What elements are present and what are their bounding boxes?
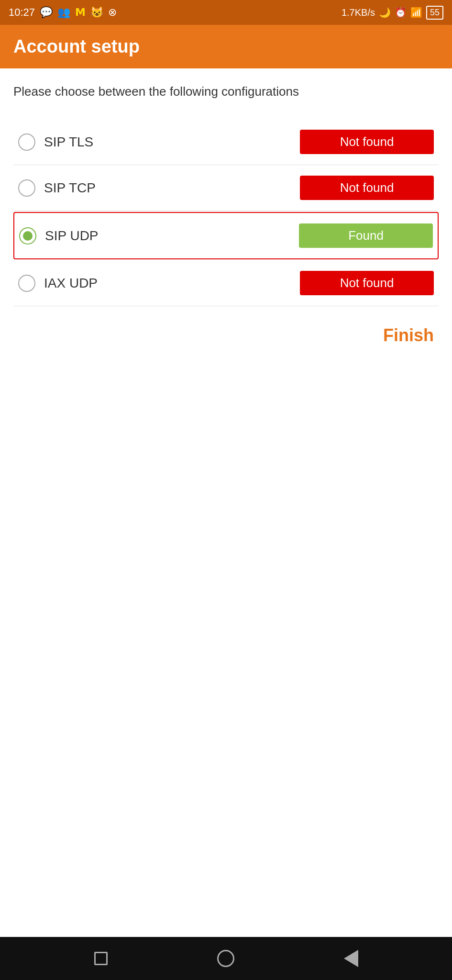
config-item-left-iax-udp: IAX UDP (18, 275, 98, 292)
alarm-icon: ⏰ (395, 7, 407, 18)
nav-home-button[interactable] (216, 949, 235, 968)
whatsapp-icon: 💬 (40, 6, 53, 19)
status-bar: 10:27 💬 👥 𝗠 😺 ⊗ 1.7KB/s 🌙 ⏰ 📶 55 (0, 0, 452, 25)
speed-indicator: 1.7KB/s (342, 7, 375, 18)
person-icon: 👥 (57, 6, 70, 19)
radio-sip-tcp[interactable] (18, 179, 35, 197)
radio-iax-udp[interactable] (18, 275, 35, 292)
page-header: Account setup (0, 25, 452, 68)
status-badge-sip-udp: Found (299, 223, 433, 248)
battery-indicator: 55 (426, 6, 443, 20)
close-icon: ⊗ (108, 6, 117, 19)
back-icon (344, 950, 358, 967)
config-item-sip-tcp[interactable]: SIP TCP Not found (13, 165, 439, 211)
finish-button[interactable]: Finish (383, 325, 434, 345)
description-text: Please choose between the following conf… (13, 83, 439, 100)
time: 10:27 (9, 6, 35, 19)
config-item-left-sip-tls: SIP TLS (18, 134, 93, 151)
config-list: SIP TLS Not found SIP TCP Not found SIP … (13, 119, 439, 306)
config-item-iax-udp[interactable]: IAX UDP Not found (13, 260, 439, 306)
signal-icon: 📶 (410, 7, 422, 18)
label-iax-udp: IAX UDP (44, 276, 98, 291)
config-item-left-sip-udp: SIP UDP (19, 227, 99, 245)
status-badge-iax-udp: Not found (300, 271, 434, 295)
radio-sip-tls[interactable] (18, 134, 35, 151)
config-item-sip-tls[interactable]: SIP TLS Not found (13, 119, 439, 165)
label-sip-tcp: SIP TCP (44, 180, 96, 196)
moon-icon: 🌙 (379, 7, 391, 18)
nav-recent-apps-button[interactable] (91, 949, 110, 968)
cat-icon: 😺 (90, 6, 103, 19)
label-sip-udp: SIP UDP (45, 228, 99, 244)
label-sip-tls: SIP TLS (44, 134, 93, 150)
finish-row: Finish (13, 306, 439, 355)
radio-sip-udp[interactable] (19, 227, 36, 245)
status-right: 1.7KB/s 🌙 ⏰ 📶 55 (342, 6, 443, 20)
home-icon (217, 950, 234, 967)
mcdonalds-icon: 𝗠 (75, 6, 86, 19)
status-badge-sip-tls: Not found (300, 130, 434, 154)
nav-back-button[interactable] (342, 949, 361, 968)
bottom-nav-bar (0, 937, 452, 980)
status-left: 10:27 💬 👥 𝗠 😺 ⊗ (9, 6, 117, 19)
main-content: Please choose between the following conf… (0, 68, 452, 937)
status-badge-sip-tcp: Not found (300, 176, 434, 200)
recent-apps-icon (94, 952, 108, 965)
config-item-left-sip-tcp: SIP TCP (18, 179, 96, 197)
page-title: Account setup (13, 36, 439, 57)
config-item-sip-udp[interactable]: SIP UDP Found (13, 212, 439, 259)
